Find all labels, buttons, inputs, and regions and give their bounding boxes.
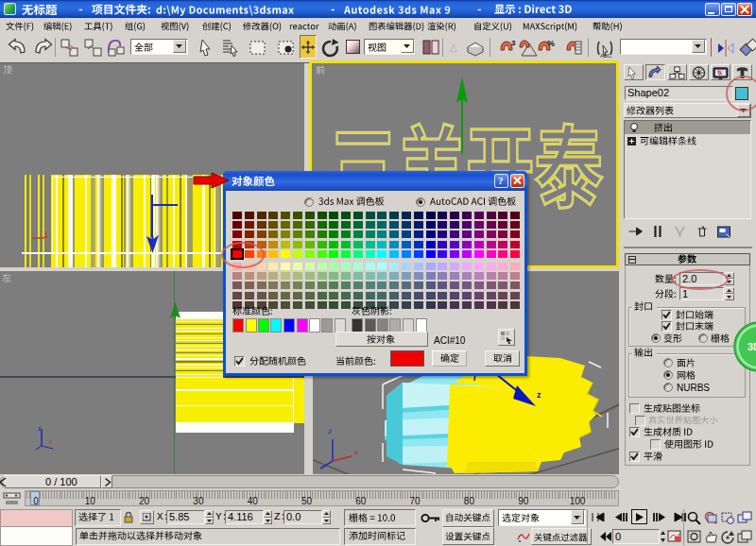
- svg-text:ABC: ABC: [600, 53, 612, 59]
- svg-text:3D: 3D: [747, 341, 756, 352]
- svg-text:x: x: [44, 230, 48, 236]
- svg-text:z: z: [38, 425, 42, 432]
- svg-text:z: z: [537, 390, 541, 400]
- svg-text:3: 3: [511, 39, 516, 47]
- svg-text:x: x: [354, 448, 358, 456]
- svg-text:x: x: [49, 438, 53, 445]
- svg-text:z: z: [328, 427, 332, 435]
- svg-text:%: %: [547, 39, 555, 48]
